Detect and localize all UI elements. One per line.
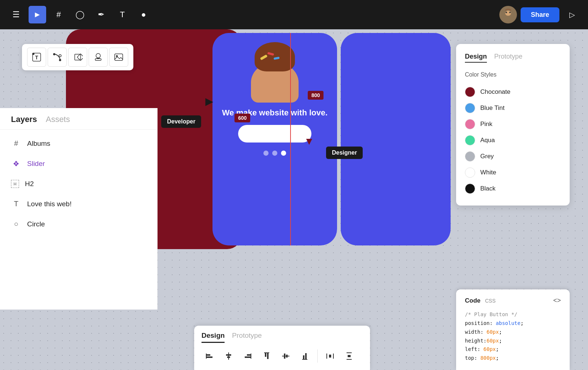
black-label: Black (480, 185, 496, 192)
code-line-4: left: 60px; (465, 345, 561, 354)
align-top-button[interactable] (259, 348, 275, 364)
svg-rect-15 (115, 54, 123, 60)
code-line-5: top: 800px; (465, 354, 561, 363)
tab-layers[interactable]: Layers (11, 115, 37, 129)
phone-cta-button[interactable] (238, 125, 311, 143)
code-copy-button[interactable]: <> (553, 297, 561, 304)
svg-rect-35 (326, 354, 327, 359)
svg-rect-19 (207, 356, 212, 358)
tab-design[interactable]: Design (465, 53, 487, 63)
design-right-panel: Design Prototype Color Styles Choconate … (456, 44, 570, 206)
color-item-choconate[interactable]: Choconate (465, 84, 561, 100)
dashed-frame-icon: H (11, 180, 19, 188)
black-swatch (465, 184, 475, 194)
layer-item-text[interactable]: T Love this web! (0, 194, 157, 214)
color-item-grey[interactable]: Grey (465, 148, 561, 164)
text-sub-tool[interactable]: T (27, 48, 46, 67)
text-icon: T (11, 200, 21, 208)
color-item-white[interactable]: White (465, 164, 561, 181)
comment-icon: ● (141, 10, 146, 19)
svg-rect-31 (286, 355, 288, 358)
svg-rect-27 (265, 353, 266, 357)
avatar[interactable] (499, 6, 517, 23)
bottom-tab-design[interactable]: Design (201, 332, 225, 343)
layer-item-slider[interactable]: ❖ Slider (0, 153, 157, 174)
pink-label: Pink (480, 121, 492, 128)
path-sub-tool[interactable] (48, 48, 67, 67)
svg-rect-33 (303, 355, 304, 359)
layer-item-albums[interactable]: # Albums (0, 133, 157, 153)
measurement-vertical-line (290, 33, 291, 245)
choconate-swatch (465, 87, 475, 97)
pen-icon: ✒ (98, 10, 104, 19)
menu-button[interactable]: ☰ (7, 6, 25, 23)
layer-item-h2[interactable]: H H2 (0, 174, 157, 194)
distribute-v-button[interactable] (341, 348, 357, 364)
svg-rect-24 (247, 354, 251, 356)
color-styles-title: Color Styles (465, 71, 561, 78)
svg-rect-28 (267, 353, 269, 359)
distribute-h-button[interactable] (322, 348, 338, 364)
image-sub-tool[interactable] (109, 48, 128, 67)
tab-prototype[interactable]: Prototype (494, 53, 522, 63)
color-item-pink[interactable]: Pink (465, 116, 561, 132)
align-right-button[interactable] (240, 348, 256, 364)
svg-rect-25 (245, 356, 251, 358)
layers-tabs: Layers Assets (0, 108, 157, 130)
white-swatch (465, 167, 475, 178)
svg-rect-11 (75, 54, 81, 60)
aqua-label: Aqua (480, 137, 495, 144)
align-divider (317, 349, 318, 363)
align-bottom-button[interactable] (297, 348, 313, 364)
phone-pagination-dots (263, 151, 286, 156)
bottom-tab-prototype[interactable]: Prototype (232, 332, 262, 343)
dot-3 (281, 151, 286, 156)
ellipse-tool-button[interactable]: ◯ (71, 6, 89, 23)
comment-tool-button[interactable]: ● (135, 6, 152, 23)
align-middle-h-button[interactable] (278, 348, 294, 364)
developer-label: Developer (161, 115, 201, 128)
align-tools (201, 348, 363, 364)
svg-rect-17 (206, 354, 207, 359)
component-icon: ❖ (11, 159, 21, 168)
bluetint-swatch (465, 103, 475, 113)
play-button[interactable]: ▷ (563, 6, 581, 23)
text-tool-button[interactable]: T (114, 6, 131, 23)
color-item-bluetint[interactable]: Blue Tint (465, 100, 561, 116)
aqua-swatch (465, 135, 475, 145)
layer-label: Albums (27, 140, 50, 148)
component-sub-tool[interactable] (68, 48, 87, 67)
measure-600: 600 (234, 114, 250, 122)
color-item-black[interactable]: Black (465, 181, 561, 197)
share-button[interactable]: Share (521, 7, 559, 22)
svg-point-2 (506, 12, 507, 13)
svg-rect-37 (329, 355, 331, 358)
choconate-label: Choconate (480, 88, 510, 96)
select-icon: ► (33, 10, 41, 19)
pen-tool-button[interactable]: ✒ (92, 6, 110, 23)
layers-panel: Layers Assets # Albums ❖ Slider H H2 T L… (0, 108, 158, 310)
svg-text:T: T (35, 55, 38, 60)
color-item-aqua[interactable]: Aqua (465, 132, 561, 148)
dot-1 (263, 151, 269, 156)
stamp-sub-tool[interactable] (89, 48, 108, 67)
tab-assets[interactable]: Assets (46, 115, 70, 129)
svg-point-12 (96, 53, 100, 58)
svg-rect-40 (348, 355, 351, 357)
code-line-1: position: absolute; (465, 319, 561, 328)
layer-item-circle[interactable]: ○ Circle (0, 214, 157, 234)
svg-rect-18 (207, 354, 210, 356)
menu-icon: ☰ (12, 10, 20, 19)
phone-mockup-2 (341, 33, 451, 245)
code-line-2: width: 60px; (465, 328, 561, 337)
select-tool-button[interactable]: ► (29, 6, 46, 23)
svg-rect-26 (264, 352, 269, 353)
align-center-v-button[interactable] (221, 348, 237, 364)
bluetint-label: Blue Tint (480, 104, 504, 112)
designer-label: Designer (326, 147, 363, 159)
dot-2 (272, 151, 277, 156)
align-left-button[interactable] (201, 348, 218, 364)
svg-rect-32 (302, 359, 307, 360)
frame-tool-button[interactable]: # (50, 6, 67, 23)
svg-rect-20 (228, 352, 229, 360)
